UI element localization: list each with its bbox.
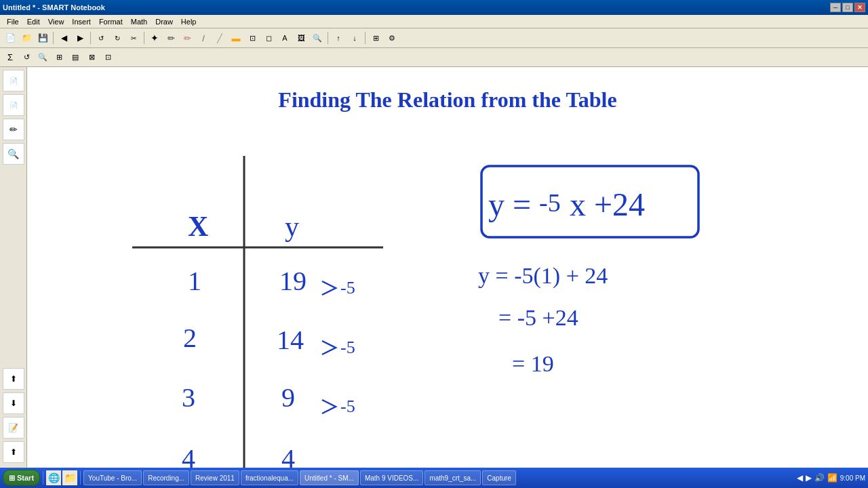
window-title: Untitled * - SMART Notebook bbox=[3, 3, 105, 12]
toolbar-area: 📄 📁 💾 ◀ ▶ ↺ ↻ ✂ ✦ ✏ ✏ / ╱ ▬ ⊡ ◻ A 🖼 🔍 ↑ … bbox=[0, 28, 868, 67]
taskbar-app-capture[interactable]: Capture bbox=[482, 470, 516, 485]
svg-text:-5: -5 bbox=[539, 188, 561, 217]
tb-cut[interactable]: ✂ bbox=[126, 30, 141, 45]
sep1 bbox=[53, 32, 54, 44]
taskbar-app-math9crt[interactable]: math9_crt_sa... bbox=[425, 470, 481, 485]
clock: 9:00 PM bbox=[840, 474, 865, 483]
tb-extra2[interactable]: ⚙ bbox=[384, 30, 399, 45]
tb-extra1[interactable]: ⊞ bbox=[368, 30, 383, 45]
menu-draw[interactable]: Draw bbox=[151, 16, 177, 27]
notebook-content: Finding The Relation from the Table X y … bbox=[27, 67, 868, 468]
svg-text:4: 4 bbox=[281, 443, 295, 468]
tb-r1[interactable]: ↺ bbox=[19, 50, 34, 65]
svg-text:4: 4 bbox=[182, 443, 195, 468]
tb-pen3[interactable]: / bbox=[196, 30, 211, 45]
sidebar-page-1[interactable]: 📄 bbox=[3, 70, 24, 92]
left-sidebar: 📄 📄 ✏ 🔍 ⬆ ⬇ 📝 ⬆ bbox=[0, 67, 27, 468]
taskbar-app-youtube[interactable]: YouTube - Bro... bbox=[83, 470, 142, 485]
menu-view[interactable]: View bbox=[44, 16, 68, 27]
minimize-button[interactable]: ─ bbox=[830, 3, 841, 12]
sep4 bbox=[328, 32, 328, 44]
taskbar-right: ◀ ▶ 🔊 📶 9:00 PM bbox=[797, 473, 865, 483]
sidebar-bottom-2[interactable]: ⬇ bbox=[3, 392, 24, 414]
sidebar-bottom-1[interactable]: ⬆ bbox=[3, 368, 24, 390]
taskbar-app-review[interactable]: Review 2011 bbox=[191, 470, 239, 485]
close-button[interactable]: ✕ bbox=[854, 3, 865, 12]
svg-text:-5: -5 bbox=[340, 278, 355, 298]
svg-text:14: 14 bbox=[277, 325, 304, 355]
menu-bar: File Edit View Insert Format Math Draw H… bbox=[0, 15, 868, 28]
svg-text:3: 3 bbox=[182, 382, 195, 413]
sidebar-bottom-3[interactable]: 📝 bbox=[3, 417, 24, 439]
tb-pen1[interactable]: ✏ bbox=[163, 30, 178, 45]
sidebar-page-2[interactable]: 📄 bbox=[3, 94, 24, 116]
tray-arrow-1: ▶ bbox=[806, 473, 812, 483]
svg-text:Finding The Relation from the : Finding The Relation from the Table bbox=[278, 87, 616, 112]
svg-text:y: y bbox=[285, 211, 299, 242]
tray-icon-1: ◀ bbox=[797, 473, 803, 483]
taskbar-app-recording[interactable]: Recording... bbox=[143, 470, 189, 485]
sep2 bbox=[90, 32, 91, 44]
sep5 bbox=[365, 32, 366, 44]
tb-r3[interactable]: ⊞ bbox=[52, 50, 66, 65]
tb-redo[interactable]: ↻ bbox=[110, 30, 125, 45]
tb-image[interactable]: 🖼 bbox=[294, 30, 309, 45]
svg-text:y =: y = bbox=[488, 186, 531, 222]
menu-format[interactable]: Format bbox=[95, 16, 127, 27]
svg-text:= -5 +24: = -5 +24 bbox=[498, 305, 578, 330]
tb-zoom[interactable]: 🔍 bbox=[310, 30, 325, 45]
svg-text:-5: -5 bbox=[340, 338, 355, 357]
svg-text:y = -5(1) + 24: y = -5(1) + 24 bbox=[478, 263, 608, 289]
tb-eraser[interactable]: ⊡ bbox=[245, 30, 260, 45]
tb-save[interactable]: 💾 bbox=[35, 30, 50, 45]
tb-back[interactable]: ◀ bbox=[56, 30, 71, 45]
canvas-area: Finding The Relation from the Table X y … bbox=[27, 67, 868, 468]
tb-forward[interactable]: ▶ bbox=[73, 30, 87, 45]
tb-pen2[interactable]: ✏ bbox=[180, 30, 195, 45]
tb-r4[interactable]: ▤ bbox=[68, 50, 83, 65]
taskbar-app-math9videos[interactable]: Math 9 VIDEOS... bbox=[360, 470, 423, 485]
tb-down[interactable]: ↓ bbox=[347, 30, 362, 45]
tb-text[interactable]: A bbox=[277, 30, 292, 45]
tb-sigma[interactable]: Σ bbox=[3, 50, 18, 65]
tb-shapes[interactable]: ◻ bbox=[261, 30, 276, 45]
toolbar-row-1: 📄 📁 💾 ◀ ▶ ↺ ↻ ✂ ✦ ✏ ✏ / ╱ ▬ ⊡ ◻ A 🖼 🔍 ↑ … bbox=[0, 28, 868, 47]
svg-text:19: 19 bbox=[279, 266, 307, 296]
taskbar-app-fractional[interactable]: fractionalequa... bbox=[241, 470, 298, 485]
tb-select[interactable]: ✦ bbox=[147, 30, 162, 45]
tb-r5[interactable]: ⊠ bbox=[84, 50, 99, 65]
tb-r6[interactable]: ⊡ bbox=[100, 50, 115, 65]
tray-volume[interactable]: 🔊 bbox=[814, 473, 825, 483]
main-layout: 📄 📄 ✏ 🔍 ⬆ ⬇ 📝 ⬆ Finding The Relation fro… bbox=[0, 67, 868, 468]
title-bar: Untitled * - SMART Notebook ─ □ ✕ bbox=[0, 0, 868, 15]
tray-network[interactable]: 📶 bbox=[827, 473, 837, 483]
window-controls: ─ □ ✕ bbox=[830, 3, 865, 12]
menu-math[interactable]: Math bbox=[127, 16, 151, 27]
maximize-button[interactable]: □ bbox=[842, 3, 853, 12]
taskbar: ⊞ Start 🌐 📁 YouTube - Bro... Recording..… bbox=[0, 468, 868, 488]
start-icon: ⊞ bbox=[9, 474, 15, 483]
tb-highlighter[interactable]: ▬ bbox=[229, 30, 243, 45]
tb-new[interactable]: 📄 bbox=[3, 30, 18, 45]
menu-file[interactable]: File bbox=[3, 16, 23, 27]
tb-undo[interactable]: ↺ bbox=[94, 30, 108, 45]
menu-help[interactable]: Help bbox=[177, 16, 201, 27]
tb-r2[interactable]: 🔍 bbox=[35, 50, 50, 65]
taskbar-icon-ie[interactable]: 🌐 bbox=[46, 470, 61, 485]
tb-pen4[interactable]: ╱ bbox=[212, 30, 227, 45]
start-button[interactable]: ⊞ Start bbox=[3, 470, 40, 486]
sep3 bbox=[144, 32, 144, 44]
taskbar-icon-files[interactable]: 📁 bbox=[62, 470, 77, 485]
sidebar-bottom-4[interactable]: ⬆ bbox=[3, 441, 24, 463]
tb-up[interactable]: ↑ bbox=[331, 30, 346, 45]
tb-open[interactable]: 📁 bbox=[19, 30, 34, 45]
svg-text:1: 1 bbox=[188, 266, 201, 296]
svg-text:X: X bbox=[188, 211, 208, 242]
sidebar-tool-1[interactable]: ✏ bbox=[3, 119, 24, 140]
menu-edit[interactable]: Edit bbox=[23, 16, 44, 27]
sidebar-tool-2[interactable]: 🔍 bbox=[3, 143, 24, 165]
taskbar-app-smartnotebook[interactable]: Untitled * - SM... bbox=[300, 470, 359, 485]
svg-text:2: 2 bbox=[183, 323, 197, 353]
start-label: Start bbox=[17, 474, 34, 482]
menu-insert[interactable]: Insert bbox=[68, 16, 95, 27]
